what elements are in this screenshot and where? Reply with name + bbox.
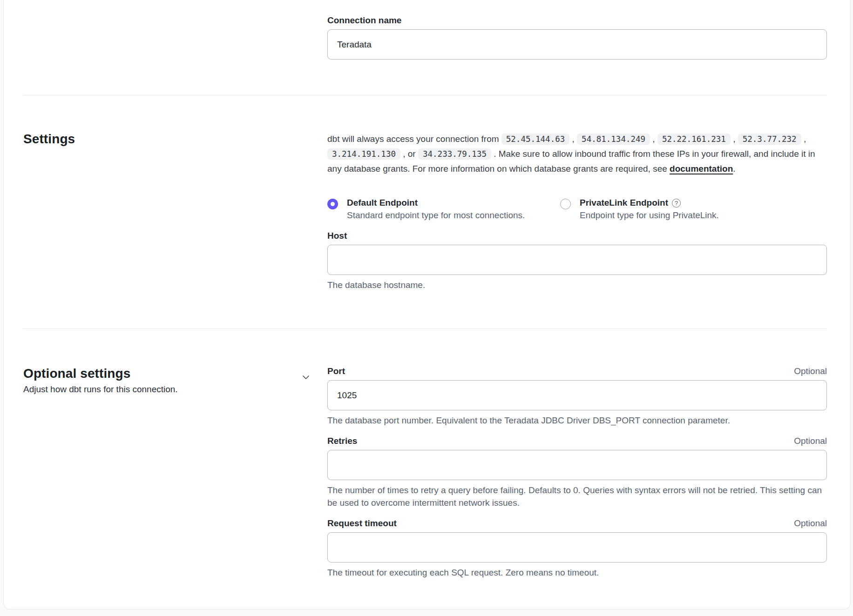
connection-name-field: Connection name (327, 15, 827, 60)
connection-name-label: Connection name (327, 15, 401, 26)
settings-form: dbt will always access your connection f… (327, 132, 827, 291)
privatelink-endpoint-label: PrivateLink Endpoint (580, 198, 668, 208)
ip-address-chip: 52.45.144.63 (501, 134, 569, 145)
paragraph-text: . (733, 164, 735, 174)
default-endpoint-label: Default Endpoint (347, 198, 525, 208)
privatelink-endpoint-option[interactable]: PrivateLink Endpoint ? Endpoint type for… (560, 198, 793, 221)
ip-address-chip: 52.3.77.232 (738, 134, 801, 145)
default-endpoint-description: Standard endpoint type for most connecti… (347, 210, 525, 221)
ip-address-chip: 54.81.134.249 (577, 134, 650, 145)
connection-name-field-wrap: Connection name (327, 15, 827, 60)
paragraph-text: , (801, 134, 806, 144)
host-field: Host The database hostname. (327, 231, 827, 291)
optional-settings-subtitle: Adjust how dbt runs for this connection. (23, 384, 178, 395)
optional-badge: Optional (794, 436, 827, 446)
request-timeout-helper-text: The timeout for executing each SQL reque… (327, 566, 827, 579)
radio-selected-icon[interactable] (327, 199, 338, 209)
host-helper-text: The database hostname. (327, 279, 827, 291)
settings-left-column: Settings (23, 132, 327, 291)
radio-unselected-icon[interactable] (560, 199, 571, 209)
privatelink-endpoint-description: Endpoint type for using PrivateLink. (580, 210, 719, 221)
connection-name-left-column (23, 15, 327, 60)
ip-address-chip: 34.233.79.135 (418, 148, 491, 160)
retries-field: Retries Optional The number of times to … (327, 436, 827, 509)
chevron-down-icon[interactable] (301, 373, 311, 384)
port-label: Port (327, 366, 345, 376)
optional-settings-form: Port Optional The database port number. … (327, 366, 827, 579)
port-helper-text: The database port number. Equivalent to … (327, 414, 827, 427)
request-timeout-input[interactable] (327, 532, 827, 562)
optional-settings-title: Optional settings (23, 366, 178, 381)
paragraph-text: , (569, 134, 577, 144)
port-input[interactable] (327, 380, 827, 410)
default-endpoint-option[interactable]: Default Endpoint Standard endpoint type … (327, 198, 560, 221)
help-icon[interactable]: ? (672, 199, 681, 208)
paragraph-text: , (650, 134, 657, 144)
host-label: Host (327, 231, 347, 241)
paragraph-text: dbt will always access your connection f… (327, 134, 501, 144)
paragraph-text: , (731, 134, 738, 144)
retries-helper-text: The number of times to retry a query bef… (327, 484, 827, 509)
request-timeout-label: Request timeout (327, 518, 397, 529)
connection-name-section: Connection name (23, 0, 827, 95)
retries-input[interactable] (327, 450, 827, 480)
ip-address-chip: 3.214.191.130 (327, 148, 400, 160)
settings-section: Settings dbt will always access your con… (23, 95, 827, 328)
documentation-link[interactable]: documentation (670, 164, 733, 174)
port-field: Port Optional The database port number. … (327, 366, 827, 427)
ip-allowlist-paragraph: dbt will always access your connection f… (327, 132, 827, 176)
paragraph-text: , or (400, 149, 418, 159)
endpoint-radio-group: Default Endpoint Standard endpoint type … (327, 198, 827, 221)
connection-settings-panel: Connection name Settings dbt will always… (3, 0, 851, 609)
retries-label: Retries (327, 436, 357, 446)
settings-title: Settings (23, 132, 75, 147)
optional-badge: Optional (794, 518, 827, 529)
ip-address-chip: 52.22.161.231 (657, 134, 731, 145)
request-timeout-field: Request timeout Optional The timeout for… (327, 518, 827, 579)
connection-name-input[interactable] (327, 29, 827, 60)
optional-settings-section: Optional settings Adjust how dbt runs fo… (23, 329, 827, 599)
optional-settings-left-column: Optional settings Adjust how dbt runs fo… (23, 366, 327, 579)
optional-badge: Optional (794, 366, 827, 376)
host-input[interactable] (327, 245, 827, 275)
